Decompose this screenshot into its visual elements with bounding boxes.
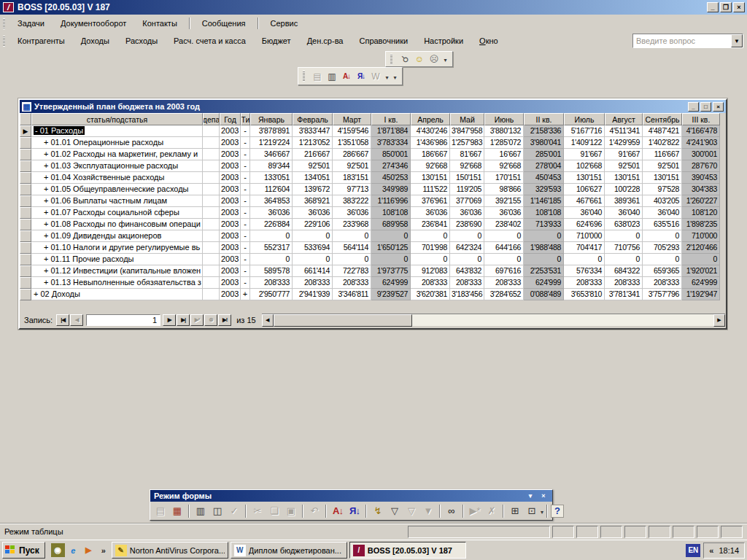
value-cell[interactable]: 392'155 xyxy=(484,195,524,207)
year-cell[interactable]: 2003 xyxy=(220,160,241,172)
value-cell[interactable]: 92'668 xyxy=(411,160,450,172)
database-window-button[interactable]: ⊞ xyxy=(507,503,523,518)
value-cell[interactable]: 208'333 xyxy=(333,277,371,289)
type-cell[interactable]: - xyxy=(241,184,250,195)
type-cell[interactable]: - xyxy=(241,265,250,277)
smiley-button[interactable]: ☺ xyxy=(412,52,427,66)
menu-item-dokumentooborot[interactable]: Документооборот xyxy=(53,16,134,31)
value-cell[interactable]: 3'620'381 xyxy=(411,289,450,300)
value-cell[interactable]: 1'920'021 xyxy=(682,265,720,277)
value-cell[interactable]: 97'528 xyxy=(643,184,682,195)
row-selector[interactable] xyxy=(20,219,31,230)
value-cell[interactable]: 0 xyxy=(293,230,333,242)
value-cell[interactable]: 1'429'959 xyxy=(605,137,643,149)
value-cell[interactable]: 2'158'336 xyxy=(524,125,564,137)
column-header-3[interactable]: Ти xyxy=(241,113,250,125)
value-cell[interactable]: 208'333 xyxy=(605,277,643,289)
window-close-button[interactable]: × xyxy=(713,102,724,112)
row-selector[interactable] xyxy=(20,242,31,254)
value-cell[interactable]: 377'069 xyxy=(450,195,484,207)
quick-launch-internet-explorer-icon[interactable]: e xyxy=(66,543,80,557)
value-cell[interactable]: 533'694 xyxy=(293,242,333,254)
value-cell[interactable]: 376'961 xyxy=(411,195,450,207)
menu-item-zadachi[interactable]: Задачи xyxy=(9,16,53,31)
department-cell[interactable] xyxy=(203,265,220,277)
value-cell[interactable]: 704'417 xyxy=(564,242,605,254)
year-cell[interactable]: 2003 xyxy=(220,137,241,149)
value-cell[interactable]: 36'040 xyxy=(605,207,643,219)
toolbar-grip[interactable] xyxy=(3,18,5,29)
department-cell[interactable] xyxy=(203,149,220,160)
menu-item-kontakty[interactable]: Контакты xyxy=(134,16,185,31)
row-selector[interactable] xyxy=(20,160,31,172)
toolbar-grip[interactable] xyxy=(303,71,305,82)
value-cell[interactable]: 3'183'456 xyxy=(450,289,484,300)
column-header-1[interactable]: депа xyxy=(203,113,220,125)
department-cell[interactable] xyxy=(203,125,220,137)
value-cell[interactable]: 285'001 xyxy=(524,149,564,160)
value-cell[interactable]: 2'253'531 xyxy=(524,265,564,277)
chevron-down-icon[interactable]: ▼ xyxy=(731,34,743,47)
language-indicator[interactable]: EN xyxy=(686,544,700,557)
value-cell[interactable]: 0 xyxy=(333,254,371,265)
value-cell[interactable]: 89'344 xyxy=(250,160,293,172)
menu-item-okno[interactable]: Окно xyxy=(471,34,506,48)
department-cell[interactable] xyxy=(203,219,220,230)
sort-ascending-button[interactable]: А↓ xyxy=(339,70,354,83)
row-selector[interactable] xyxy=(20,184,31,195)
menu-item-rasch-scheta-i-kassa[interactable]: Расч. счета и касса xyxy=(166,34,254,48)
menu-item-den-sr-va[interactable]: Ден.ср-ва xyxy=(299,34,352,48)
value-cell[interactable]: 36'036 xyxy=(411,207,450,219)
department-cell[interactable] xyxy=(203,242,220,254)
value-cell[interactable]: 0 xyxy=(643,230,682,242)
value-cell[interactable]: 108'108 xyxy=(524,207,564,219)
task-button[interactable]: ✎Norton AntiVirus Corpora... xyxy=(112,542,228,559)
column-header-13[interactable]: Август xyxy=(605,113,643,125)
value-cell[interactable]: 102'668 xyxy=(564,160,605,172)
value-cell[interactable]: 1'973'775 xyxy=(371,265,411,277)
value-cell[interactable]: 0'088'489 xyxy=(524,289,564,300)
value-cell[interactable]: 1'351'058 xyxy=(333,137,371,149)
value-cell[interactable]: 100'228 xyxy=(605,184,643,195)
value-cell[interactable]: 705'293 xyxy=(643,242,682,254)
department-cell[interactable] xyxy=(203,184,220,195)
value-cell[interactable]: 552'317 xyxy=(250,242,293,254)
article-cell[interactable]: + 01.13 Невыполненные обязяательства з xyxy=(31,277,203,289)
value-cell[interactable]: 383'222 xyxy=(333,195,371,207)
value-cell[interactable]: 467'661 xyxy=(564,195,605,207)
window-maximize-button[interactable]: □ xyxy=(700,102,711,112)
value-cell[interactable]: 183'151 xyxy=(333,172,371,184)
value-cell[interactable]: 92'501 xyxy=(605,160,643,172)
column-header-5[interactable]: Февраль xyxy=(293,113,333,125)
quick-launch-media-player-icon[interactable]: ▶ xyxy=(82,543,96,557)
menu-item-raskhody[interactable]: Расходы xyxy=(117,34,166,48)
last-record-button[interactable]: ▶| xyxy=(177,314,190,326)
value-cell[interactable]: 36'036 xyxy=(250,207,293,219)
value-cell[interactable]: 710'000 xyxy=(564,230,605,242)
value-cell[interactable]: 111'522 xyxy=(411,184,450,195)
menu-item-servis[interactable]: Сервис xyxy=(263,16,306,31)
row-selector[interactable] xyxy=(20,277,31,289)
value-cell[interactable]: 389'361 xyxy=(605,195,643,207)
row-selector[interactable] xyxy=(20,149,31,160)
value-cell[interactable]: 642'324 xyxy=(450,242,484,254)
new-object-button[interactable]: ⊡ xyxy=(524,503,540,518)
column-header-0[interactable]: статья/подстатья xyxy=(31,113,203,125)
department-cell[interactable] xyxy=(203,254,220,265)
value-cell[interactable]: 1'116'996 xyxy=(371,195,411,207)
value-cell[interactable]: 0 xyxy=(484,230,524,242)
value-cell[interactable]: 1'146'185 xyxy=(524,195,564,207)
value-cell[interactable]: 624'999 xyxy=(682,277,720,289)
value-cell[interactable]: 0 xyxy=(450,254,484,265)
department-cell[interactable] xyxy=(203,277,220,289)
value-cell[interactable]: 713'933 xyxy=(524,219,564,230)
value-cell[interactable]: 229'106 xyxy=(293,219,333,230)
value-cell[interactable]: 286'667 xyxy=(333,149,371,160)
article-cell[interactable]: + 01.03 Эксплуатационные расходы xyxy=(31,160,203,172)
value-cell[interactable]: 0 xyxy=(371,254,411,265)
value-cell[interactable]: 635'516 xyxy=(643,219,682,230)
value-cell[interactable]: 4'159'546 xyxy=(333,125,371,137)
value-cell[interactable]: 304'383 xyxy=(682,184,720,195)
sort-descending-button[interactable]: Я↓ xyxy=(354,70,368,83)
article-cell[interactable]: + 01.10 Налоги и другие регулируемые вь xyxy=(31,242,203,254)
